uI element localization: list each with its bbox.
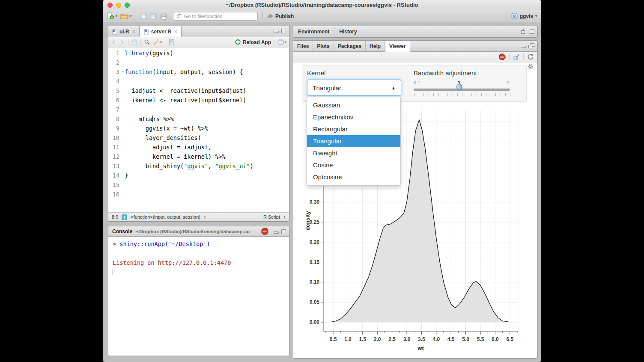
code-line[interactable]: }: [125, 171, 289, 180]
svg-text:R: R: [513, 14, 516, 18]
tab-label: ui.R: [119, 29, 129, 35]
close-window-button[interactable]: [107, 3, 113, 8]
forward-icon[interactable]: [119, 39, 125, 45]
open-file-button[interactable]: ▾: [120, 13, 131, 20]
tab-server-r[interactable]: server.R ×: [140, 26, 182, 37]
restore-pane-icon[interactable]: [521, 29, 527, 34]
minimize-pane-icon[interactable]: [274, 231, 279, 234]
code-line[interactable]: [125, 77, 289, 86]
goto-file-search[interactable]: [173, 12, 258, 21]
code-line[interactable]: kernel = ikernel) %>%: [125, 152, 289, 161]
code-editor[interactable]: 123▾45678910111213141516 library(ggvis)f…: [108, 47, 289, 212]
reload-app-button[interactable]: Reload App: [235, 39, 271, 45]
code-line[interactable]: [125, 190, 289, 199]
tab-packages[interactable]: Packages: [334, 41, 366, 51]
kernel-option-epanechnikov[interactable]: Epanechnikov: [307, 111, 400, 123]
new-file-button[interactable]: ▾: [107, 12, 117, 20]
tab-files[interactable]: Files: [293, 41, 313, 51]
kernel-option-triangular[interactable]: Triangular: [307, 135, 400, 147]
goto-file-input[interactable]: [184, 14, 248, 19]
scope-selector-icon[interactable]: ▲▼: [204, 215, 206, 219]
tab-plots[interactable]: Plots: [313, 41, 334, 51]
viewer-stop-button[interactable]: STOP: [499, 53, 506, 60]
console-stop-button[interactable]: STOP: [261, 228, 268, 235]
environment-pane-controls: [521, 29, 534, 34]
code-line[interactable]: adjust = iadjust,: [125, 142, 289, 152]
kernel-select[interactable]: Triangular ▲: [307, 80, 401, 96]
line-number: 11: [108, 142, 125, 152]
kernel-option-gaussian[interactable]: Gaussian: [307, 99, 400, 111]
open-in-new-window-icon[interactable]: [513, 54, 520, 60]
kernel-option-optcosine[interactable]: Optcosine: [307, 171, 400, 183]
code-line[interactable]: [125, 105, 289, 114]
print-button[interactable]: [160, 13, 167, 20]
viewer-tabbar: Files Plots Packages Help Viewer: [293, 41, 537, 52]
svg-text:2.5: 2.5: [388, 336, 396, 342]
line-number: 6: [108, 95, 125, 105]
tab-label: Environment: [298, 29, 329, 35]
maximize-pane-icon[interactable]: [530, 29, 534, 34]
tab-help[interactable]: Help: [366, 41, 385, 51]
find-icon[interactable]: [144, 39, 150, 45]
doc-type-selector-icon[interactable]: ▲▼: [283, 215, 286, 219]
kernel-option-biweight[interactable]: Biweight: [307, 147, 400, 159]
settings-gear-icon[interactable]: [527, 63, 534, 70]
source-pane-controls: [274, 29, 286, 33]
open-folder-icon: [120, 13, 129, 20]
svg-text:0.05: 0.05: [310, 299, 320, 305]
tab-viewer[interactable]: Viewer: [385, 41, 410, 52]
close-tab-icon[interactable]: ×: [132, 29, 135, 35]
maximize-pane-icon[interactable]: [281, 229, 286, 234]
toolbar-separator: [274, 39, 274, 46]
minimize-pane-icon[interactable]: [274, 31, 279, 33]
minimize-window-button[interactable]: [116, 3, 121, 8]
code-segment: bind_shiny(: [125, 163, 184, 169]
code-segment: mtca: [125, 116, 152, 122]
kernel-option-rectangular[interactable]: Rectangular: [307, 123, 400, 135]
toolbar-separator: [165, 39, 165, 46]
code-line[interactable]: mtcars %>%: [125, 114, 289, 124]
publish-button[interactable]: Publish: [267, 13, 294, 19]
kernel-dropdown-menu[interactable]: GaussianEpanechnikovRectangularTriangula…: [307, 97, 401, 186]
code-segment: (input, output, session) {: [152, 68, 243, 75]
code-line[interactable]: ggvis(x = ~wt) %>%: [125, 124, 289, 133]
code-line[interactable]: ikernel <- reactive(input$kernel): [125, 95, 289, 105]
project-menu-button[interactable]: R ggvis ▾: [511, 13, 537, 19]
code-tools-button[interactable]: ▾: [152, 39, 162, 45]
back-icon[interactable]: [111, 39, 117, 45]
source-tabbar: ui.R × server.R ×: [108, 26, 289, 37]
restore-pane-icon[interactable]: [528, 43, 534, 48]
code-line[interactable]: iadjust <- reactive(input$adjust): [125, 86, 289, 95]
toolbar-separator: [262, 12, 262, 20]
fold-arrow-icon[interactable]: ▾: [122, 67, 124, 77]
minimize-pane-icon[interactable]: [521, 46, 526, 48]
code-line[interactable]: function(input, output, session) {: [125, 67, 289, 77]
source-on-save-panel-button[interactable]: ▾: [277, 39, 286, 45]
code-line[interactable]: layer_densities(: [125, 133, 289, 142]
save-button[interactable]: [140, 13, 147, 19]
doc-type[interactable]: R Script: [263, 214, 280, 220]
code-line[interactable]: bind_shiny("ggvis", "ggvis_ui"): [125, 161, 289, 171]
bandwidth-slider[interactable]: 0.1 1 2: [414, 79, 510, 100]
code-line[interactable]: [125, 180, 289, 190]
tab-ui-r[interactable]: ui.R ×: [108, 26, 140, 37]
svg-text:6.5: 6.5: [506, 336, 513, 342]
tab-history[interactable]: History: [334, 26, 362, 37]
zoom-window-button[interactable]: [125, 3, 130, 8]
code-content[interactable]: library(ggvis)function(input, output, se…: [125, 48, 289, 212]
compile-notebook-icon[interactable]: [168, 39, 174, 45]
save-icon-disabled[interactable]: [131, 39, 137, 45]
maximize-pane-icon[interactable]: [281, 29, 286, 33]
code-line[interactable]: library(ggvis): [125, 48, 289, 58]
refresh-icon[interactable]: [527, 53, 534, 60]
console-output[interactable]: > shiny::runApp('~/Desktop') Listening o…: [108, 237, 289, 356]
code-segment: library: [125, 50, 149, 56]
function-scope[interactable]: <function>(input, output, session): [131, 214, 200, 220]
tab-environment[interactable]: Environment: [293, 26, 334, 37]
kernel-option-cosine[interactable]: Cosine: [307, 159, 400, 171]
save-all-button[interactable]: [150, 13, 157, 20]
code-line[interactable]: [125, 58, 289, 67]
code-tools-caret-icon: ▾: [160, 40, 162, 44]
close-tab-icon[interactable]: ×: [174, 29, 177, 35]
slider-track[interactable]: [414, 89, 510, 91]
